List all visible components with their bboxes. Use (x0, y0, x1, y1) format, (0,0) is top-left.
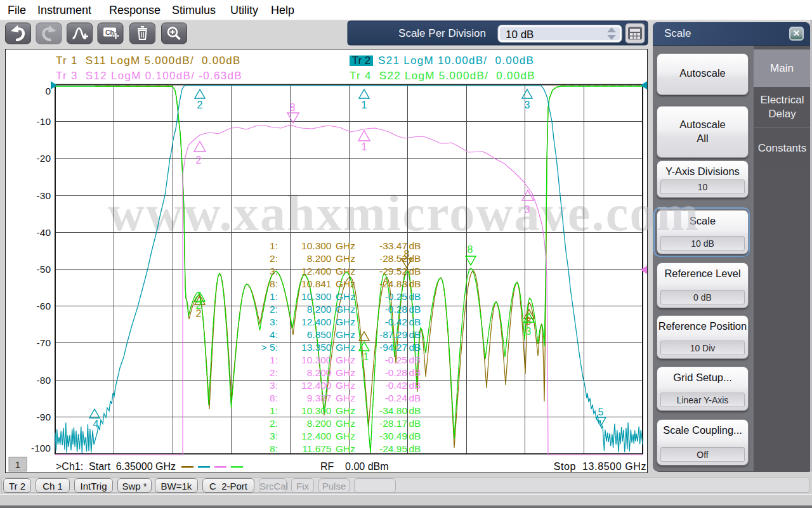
svg-text:1:: 1: (270, 355, 278, 365)
svg-text:4:: 4: (270, 329, 278, 340)
svg-text:5: 5 (598, 407, 604, 417)
svg-text:-0.28: -0.28 (385, 367, 407, 378)
svg-text:-0.42: -0.42 (385, 316, 407, 327)
svg-text:-20: -20 (37, 153, 51, 164)
svg-text:-87.29: -87.29 (379, 329, 407, 340)
svg-text:-33.47: -33.47 (379, 240, 407, 251)
svg-text:Stop 13.8500 GHz: Stop 13.8500 GHz (554, 461, 646, 472)
svg-text:1:: 1: (270, 240, 278, 251)
svg-text:Tr 1 S11 LogM 5.000dB/ 0.00d: Tr 1 S11 LogM 5.000dB/ 0.00dB (56, 55, 241, 67)
svg-text:8.200: 8.200 (307, 253, 332, 264)
svg-text:-100: -100 (31, 443, 51, 453)
svg-text:8:: 8: (270, 443, 278, 454)
svg-text:-28.17: -28.17 (379, 418, 407, 429)
svg-text:-0.28: -0.28 (385, 304, 407, 315)
svg-text:GHz: GHz (336, 418, 355, 429)
svg-text:dB: dB (409, 291, 421, 302)
svg-text:GHz: GHz (336, 443, 355, 454)
svg-text:dB: dB (409, 329, 421, 340)
svg-text:8: 8 (468, 244, 473, 255)
svg-text:dB: dB (409, 431, 421, 441)
svg-text:3:: 3: (270, 431, 278, 441)
svg-text:-24.95: -24.95 (379, 443, 407, 454)
svg-text:GHz: GHz (336, 316, 355, 327)
svg-text:GHz: GHz (336, 278, 355, 289)
svg-text:-0.24: -0.24 (385, 393, 408, 403)
svg-text:3:: 3: (270, 380, 278, 391)
svg-text:10.841: 10.841 (301, 278, 331, 289)
svg-text:-24.83: -24.83 (379, 278, 407, 289)
svg-text:dB: dB (409, 405, 421, 416)
svg-text:2: 2 (196, 155, 202, 166)
svg-text:-0.25: -0.25 (385, 355, 407, 365)
svg-text:8.200: 8.200 (307, 304, 332, 315)
svg-text:1: 1 (363, 351, 369, 362)
svg-text:GHz: GHz (336, 367, 355, 378)
svg-text:12.400: 12.400 (301, 380, 332, 391)
svg-text:GHz: GHz (336, 266, 355, 277)
svg-text:-29.52: -29.52 (379, 266, 407, 277)
svg-text:-50: -50 (37, 264, 51, 275)
svg-text:13.350: 13.350 (301, 342, 332, 353)
svg-text:dB: dB (409, 266, 421, 277)
svg-text:GHz: GHz (336, 304, 355, 315)
svg-text:Tr 4 S22 LogM 5.000dB/ 0.00d: Tr 4 S22 LogM 5.000dB/ 0.00dB (350, 70, 535, 82)
svg-text:GHz: GHz (336, 253, 355, 264)
svg-text:dB: dB (409, 342, 421, 353)
svg-text:2:: 2: (270, 418, 278, 429)
svg-text:12.400: 12.400 (301, 431, 332, 441)
svg-text:dB: dB (409, 367, 421, 378)
svg-text:1: 1 (362, 141, 367, 152)
svg-text:dB: dB (409, 418, 421, 429)
svg-text:-94.27: -94.27 (379, 342, 407, 353)
svg-text:Tr 2: Tr 2 (352, 55, 371, 67)
svg-text:GHz: GHz (336, 405, 355, 416)
svg-text:dB: dB (409, 393, 421, 403)
svg-text:dB: dB (409, 253, 421, 264)
svg-text:>Ch1: Start 6.35000 GHz: >Ch1: Start 6.35000 GHz (56, 461, 176, 472)
svg-text:www.xahxmicrowave.com: www.xahxmicrowave.com (647, 200, 700, 238)
svg-text:GHz: GHz (336, 291, 355, 302)
svg-text:8:: 8: (270, 393, 278, 403)
svg-text:dB: dB (409, 380, 421, 391)
svg-text:2: 2 (196, 300, 202, 311)
svg-text:GHz: GHz (336, 329, 355, 340)
svg-text:GHz: GHz (336, 342, 355, 353)
svg-text:6.850: 6.850 (307, 329, 332, 340)
svg-text:S21 LogM 10.00dB/ 0.00dB: S21 LogM 10.00dB/ 0.00dB (378, 55, 534, 67)
svg-text:-80: -80 (37, 375, 51, 386)
svg-text:10.300: 10.300 (301, 355, 332, 365)
svg-text:GHz: GHz (336, 355, 355, 365)
svg-text:-90: -90 (37, 412, 51, 422)
svg-text:8: 8 (290, 102, 296, 113)
svg-text:4: 4 (93, 419, 99, 429)
svg-text:GHz: GHz (336, 393, 355, 403)
svg-text:dB: dB (409, 304, 421, 315)
svg-text:dB: dB (409, 316, 421, 327)
svg-text:GHz: GHz (336, 431, 355, 441)
svg-text:10.300: 10.300 (301, 291, 332, 302)
svg-text:8:: 8: (270, 278, 278, 289)
svg-text:-34.80: -34.80 (379, 405, 407, 416)
svg-text:0: 0 (45, 86, 51, 96)
svg-text:8.200: 8.200 (307, 418, 332, 429)
svg-text:-28.52: -28.52 (379, 253, 407, 264)
svg-text:1: 1 (362, 100, 367, 110)
svg-text:RF 0.00 dBm: RF 0.00 dBm (320, 461, 389, 472)
svg-text:1:: 1: (270, 405, 278, 416)
svg-text:3:: 3: (270, 266, 278, 277)
svg-text:-30.49: -30.49 (379, 431, 407, 441)
svg-text:> 5:: > 5: (261, 342, 278, 353)
svg-text:12.400: 12.400 (301, 316, 332, 327)
svg-text:-30: -30 (37, 190, 51, 201)
svg-text:3: 3 (525, 204, 530, 215)
svg-text:9.387: 9.387 (307, 393, 332, 403)
svg-text:10.300: 10.300 (301, 240, 332, 251)
svg-text:2:: 2: (270, 367, 278, 378)
svg-text:-10: -10 (37, 116, 51, 127)
svg-text:2: 2 (197, 100, 203, 110)
svg-text:3: 3 (525, 100, 530, 110)
svg-text:dB: dB (409, 355, 421, 365)
svg-text:11.675: 11.675 (302, 443, 331, 454)
svg-text:2:: 2: (270, 253, 278, 264)
